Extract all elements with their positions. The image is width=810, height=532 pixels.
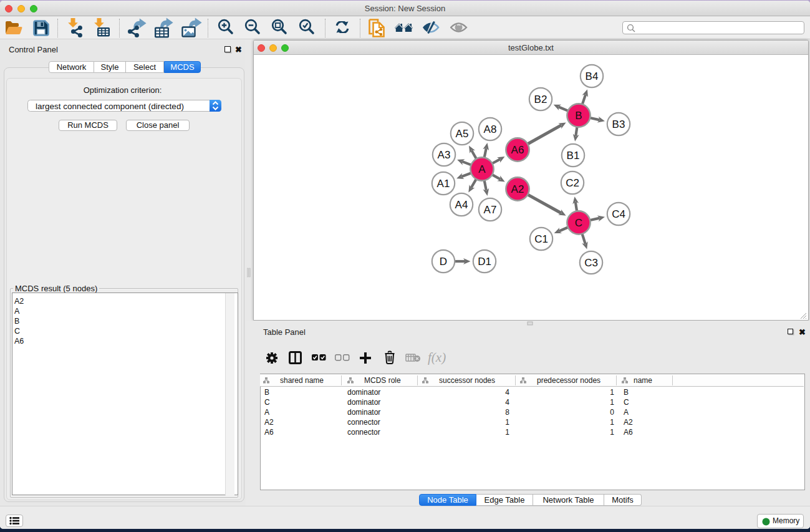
- svg-text:C: C: [575, 217, 582, 229]
- svg-text:C1: C1: [534, 233, 548, 245]
- svg-text:B1: B1: [567, 150, 580, 162]
- svg-text:B4: B4: [586, 70, 599, 82]
- svg-text:D: D: [440, 256, 447, 268]
- svg-text:A8: A8: [484, 123, 497, 135]
- svg-text:A6: A6: [511, 144, 524, 156]
- svg-text:A: A: [478, 163, 486, 175]
- svg-text:C2: C2: [566, 177, 579, 189]
- svg-text:A4: A4: [455, 199, 468, 211]
- svg-text:C3: C3: [584, 257, 598, 269]
- svg-text:A2: A2: [511, 183, 524, 195]
- svg-text:B3: B3: [612, 118, 625, 130]
- svg-text:A7: A7: [484, 204, 497, 216]
- svg-text:B: B: [575, 110, 582, 122]
- svg-text:A3: A3: [438, 149, 451, 161]
- svg-text:B2: B2: [534, 94, 547, 105]
- svg-text:A5: A5: [456, 128, 469, 140]
- svg-text:D1: D1: [478, 256, 491, 268]
- svg-text:A1: A1: [437, 178, 450, 190]
- svg-text:C4: C4: [612, 208, 625, 220]
